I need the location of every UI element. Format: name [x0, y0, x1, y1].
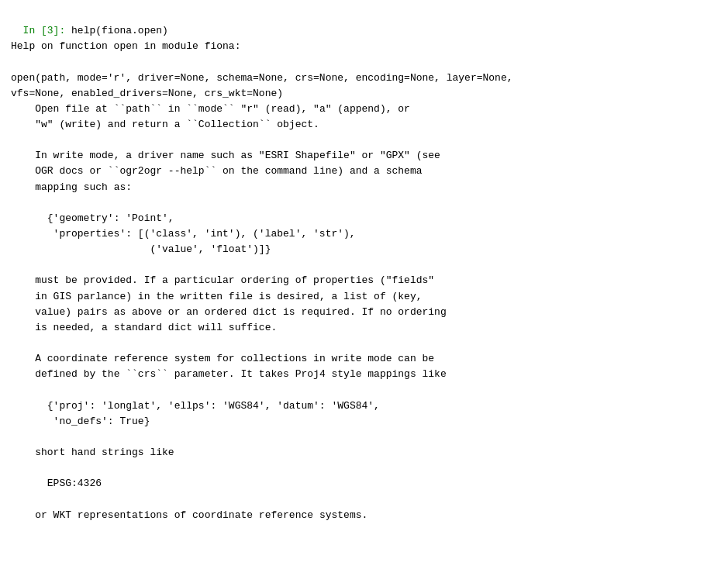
- doc-line: or WKT representations of coordinate ref…: [11, 508, 717, 523]
- doc-line: {'geometry': 'Point',: [11, 211, 717, 226]
- prompt-in: In [3]:: [23, 25, 66, 36]
- doc-line: in GIS parlance) in the written file is …: [11, 289, 717, 305]
- doc-line: EPSG:4326: [11, 476, 717, 491]
- doc-line: [11, 195, 717, 211]
- doc-line: 'properties': [('class', 'int'), ('label…: [11, 226, 717, 242]
- doc-line: [11, 336, 717, 351]
- doc-line: short hand strings like: [11, 445, 717, 460]
- prompt-command: [65, 25, 71, 36]
- doc-line: is needed, a standard dict will suffice.: [11, 320, 717, 336]
- doc-line: In write mode, a driver name such as "ES…: [11, 148, 717, 164]
- docstring-content: Open file at ``path`` in ``mode`` "r" (r…: [11, 102, 717, 523]
- command-text: help(fiona.open): [71, 25, 168, 36]
- function-signature-line2: vfs=None, enabled_drivers=None, crs_wkt=…: [11, 86, 717, 102]
- doc-line: [11, 491, 717, 507]
- doc-line: value) pairs as above or an ordered dict…: [11, 305, 717, 320]
- doc-line: OGR docs or ``ogr2ogr --help`` on the co…: [11, 164, 717, 179]
- doc-line: [11, 257, 717, 273]
- blank-line-1: [11, 54, 717, 70]
- function-signature-line1: open(path, mode='r', driver=None, schema…: [11, 71, 717, 86]
- doc-line: must be provided. If a particular orderi…: [11, 273, 717, 288]
- notebook-cell: In [3]: help(fiona.open): [11, 8, 717, 39]
- doc-line: defined by the ``crs`` parameter. It tak…: [11, 367, 717, 382]
- doc-line: mapping such as:: [11, 180, 717, 195]
- doc-line: Open file at ``path`` in ``mode`` "r" (r…: [11, 102, 717, 117]
- doc-line: [11, 460, 717, 476]
- doc-line: {'proj': 'longlat', 'ellps': 'WGS84', 'd…: [11, 398, 717, 414]
- doc-line: ('value', 'float')]}: [11, 242, 717, 257]
- doc-line: "w" (write) and return a ``Collection`` …: [11, 117, 717, 133]
- doc-line: A coordinate reference system for collec…: [11, 351, 717, 367]
- doc-line: 'no_defs': True}: [11, 414, 717, 429]
- help-header: Help on function open in module fiona:: [11, 39, 717, 54]
- doc-line: [11, 133, 717, 148]
- doc-line: [11, 382, 717, 398]
- doc-line: [11, 429, 717, 445]
